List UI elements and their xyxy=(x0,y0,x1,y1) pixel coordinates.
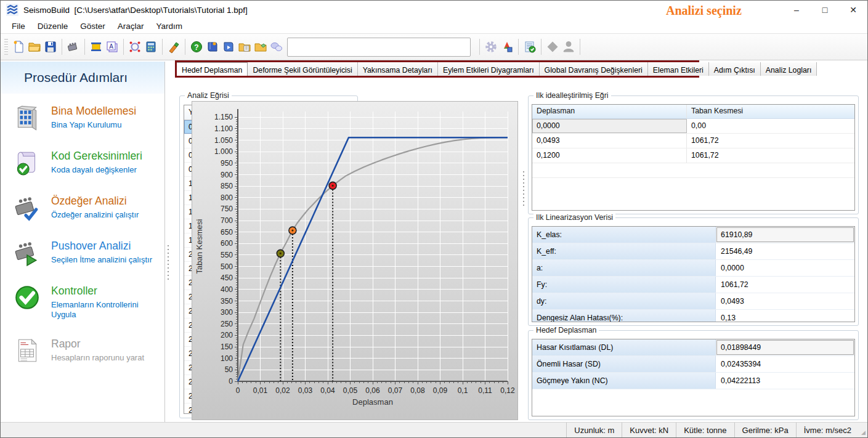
save-icon[interactable] xyxy=(43,39,59,55)
column-header[interactable]: Taban Kesmesi xyxy=(687,105,854,118)
settings-gear-icon[interactable] xyxy=(483,39,499,55)
material-chip-icon xyxy=(67,40,80,54)
table-row[interactable]: K_elas:61910,89 xyxy=(532,227,854,243)
table-row[interactable]: 0,00000,00 xyxy=(532,119,854,134)
examples-folder-icon[interactable] xyxy=(253,39,269,55)
paintbrush-icon[interactable] xyxy=(166,39,182,55)
row-value[interactable]: 0,04222113 xyxy=(716,373,854,389)
row-value[interactable]: 0,02435394 xyxy=(716,356,854,372)
column-header[interactable]: Deplasman xyxy=(532,105,687,118)
calculator-icon[interactable] xyxy=(143,39,159,55)
table-row[interactable]: dy:0,0493 xyxy=(532,293,854,310)
toolbar-separator xyxy=(479,39,480,55)
user-manual-icon[interactable] xyxy=(205,39,221,55)
toolbar-empty-field xyxy=(287,38,471,57)
checks-report-icon[interactable] xyxy=(522,39,538,55)
checks-report-icon xyxy=(523,40,537,54)
row-label: Fy: xyxy=(532,277,716,293)
rename-icon: A xyxy=(105,40,119,54)
table-row[interactable]: K_eff:21546,49 xyxy=(532,243,854,260)
svg-text:Deplasman: Deplasman xyxy=(352,397,393,407)
sidebar-item--zde-er-analizi[interactable]: Özdeğer AnaliziÖzdeğer analizini çalıştı… xyxy=(13,193,164,222)
menu-item-file[interactable]: File xyxy=(6,20,31,32)
model-view-icon xyxy=(128,40,142,54)
pushover-chart: 0501001502002503003504004505005506006507… xyxy=(192,101,518,420)
svg-text:650: 650 xyxy=(221,228,233,237)
table-row[interactable]: Hasar Kısıtlaması (DL)0,01898449 xyxy=(532,339,854,356)
linearization-table[interactable]: K_elas:61910,89K_eff:21546,49a:0,0000Fy:… xyxy=(532,226,855,322)
tab-deforme-ekil-g-r-nt-leyicisi[interactable]: Deforme Şekil Görüntüleyicisi xyxy=(248,62,357,76)
feedback-bubbles-icon[interactable] xyxy=(269,39,285,55)
svg-text:500: 500 xyxy=(221,262,233,271)
new-page-icon[interactable] xyxy=(10,39,26,55)
table-cell[interactable]: 1061,72 xyxy=(687,134,854,148)
table-cell[interactable]: 1061,72 xyxy=(687,148,854,163)
toolbar-separator xyxy=(84,39,85,55)
table-cell[interactable]: 0,0493 xyxy=(532,134,687,148)
table-cell[interactable]: 0,00 xyxy=(687,119,854,133)
table-row[interactable]: Göçmeye Yakın (NC)0,04222113 xyxy=(532,373,854,389)
chart-panel-splitter[interactable] xyxy=(521,171,525,208)
sidebar-item-pushover-analizi[interactable]: Pushover AnaliziSeçilen İtme analizini ç… xyxy=(13,238,164,267)
svg-text:0,06: 0,06 xyxy=(365,386,380,395)
help-icon[interactable]: ? xyxy=(189,39,205,55)
status-bar: Uzunluk: mKuvvet: kNKütle: tonneGerilme:… xyxy=(1,422,867,437)
svg-text:0,03: 0,03 xyxy=(298,386,313,395)
menu-item-aralar[interactable]: Araçlar xyxy=(112,20,150,32)
material-chip-icon[interactable] xyxy=(65,39,81,55)
table-cell[interactable]: 0,0000 xyxy=(532,119,687,133)
svg-text:1.000: 1.000 xyxy=(214,147,233,156)
sidebar-item-title: Kontroller xyxy=(51,285,157,298)
row-value[interactable]: 1061,72 xyxy=(716,277,854,293)
toolbar-grip[interactable] xyxy=(4,39,8,55)
menu-item-dzenle[interactable]: Düzenle xyxy=(31,20,75,32)
row-value[interactable]: 0,13 xyxy=(716,310,854,322)
table-header: DeplasmanTaban Kesmesi xyxy=(532,105,854,119)
row-value[interactable]: 0,01898449 xyxy=(716,339,854,355)
tutorial-book-icon[interactable] xyxy=(221,39,237,55)
table-row[interactable]: Fy:1061,72 xyxy=(532,277,854,293)
row-value[interactable]: 21546,49 xyxy=(716,243,854,259)
model-view-icon[interactable] xyxy=(127,39,143,55)
menu-item-gster[interactable]: Göster xyxy=(74,20,112,32)
slab-module-icon xyxy=(545,39,561,55)
tab-eylem-etkileri-diyagramlar-[interactable]: Eylem Etkileri Diyagramları xyxy=(438,62,540,76)
table-row[interactable]: a:0,0000 xyxy=(532,260,854,277)
sidebar-item-title: Kod Gereksinimleri xyxy=(51,150,157,163)
resize-grip-icon[interactable]: ◢ xyxy=(859,423,867,437)
tab-hedef-deplasman[interactable]: Hedef Deplasman xyxy=(177,62,248,76)
sidebar-item-subtitle: Seçilen İtme analizini çalıştır xyxy=(51,255,157,265)
minimize-button[interactable]: – xyxy=(782,1,811,19)
table-cell[interactable]: 0,1200 xyxy=(532,148,687,163)
sidebar-splitter[interactable] xyxy=(166,245,170,282)
row-value[interactable]: 61910,89 xyxy=(716,227,854,243)
close-button[interactable]: ✕ xyxy=(839,1,867,19)
table-row[interactable]: 0,12001061,72 xyxy=(532,148,854,163)
sidebar-item-rapor[interactable]: RaporHesapların raporunu yarat xyxy=(13,336,164,365)
row-value[interactable]: 0,0000 xyxy=(716,260,854,276)
sidebar-item-kod-gereksinimleri[interactable]: Kod GereksinimleriKoda dayalı değişkenle… xyxy=(13,148,164,177)
target-displacement-table[interactable]: Hasar Kısıtlaması (DL)0,01898449Önemli H… xyxy=(532,339,855,416)
sidebar-item-title: Bina Modellemesi xyxy=(51,105,157,118)
sidebar-item-bina-modellemesi[interactable]: Bina ModellemesiBina Yapı Kurulumu xyxy=(13,103,164,132)
menu-item-yardm[interactable]: Yardım xyxy=(150,20,189,32)
table-row[interactable]: Dengesiz Alan Hatası(%):0,13 xyxy=(532,310,854,322)
table-row[interactable]: 0,04931061,72 xyxy=(532,134,854,148)
table-row[interactable]: Önemli Hasar (SD)0,02435394 xyxy=(532,356,854,373)
tab-yak-nsama-detaylar-[interactable]: Yakınsama Detayları xyxy=(358,62,438,76)
sidebar-item-kontroller[interactable]: KontrollerElemanların Kontrollerini Uygu… xyxy=(13,283,164,320)
pushover-run-icon[interactable] xyxy=(499,39,515,55)
examples-folder-icon xyxy=(254,40,267,54)
svg-text:Taban Kesmesi: Taban Kesmesi xyxy=(195,219,204,274)
open-example-icon[interactable] xyxy=(237,39,253,55)
rename-icon[interactable]: A xyxy=(104,39,120,55)
beam-section-icon[interactable] xyxy=(88,39,104,55)
row-value[interactable]: 0,0493 xyxy=(716,293,854,309)
idealized-curve-table[interactable]: DeplasmanTaban Kesmesi0,00000,000,049310… xyxy=(532,104,855,211)
seismobuild-logo-icon xyxy=(6,4,18,16)
results-column: Ilk idealleştirilmiş Eğri DeplasmanTaban… xyxy=(525,60,864,422)
maximize-button[interactable]: □ xyxy=(811,1,839,19)
toolbar-separator xyxy=(518,39,519,55)
main-area: Prosedür Adımları Bina ModellemesiBina Y… xyxy=(1,60,867,422)
open-folder-icon[interactable] xyxy=(26,39,43,55)
